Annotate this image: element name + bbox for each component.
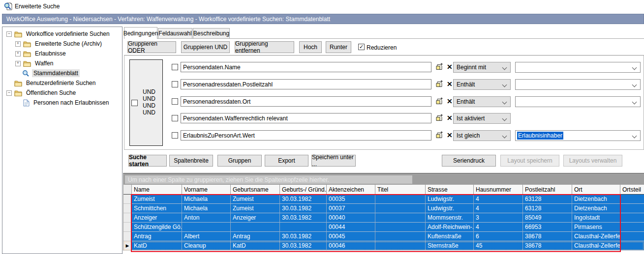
operator-dropdown[interactable]: Enthält: [453, 96, 511, 107]
tree-item-oeffentlichen-suche[interactable]: − Öffentlichen Suche: [2, 88, 122, 98]
delete-condition-icon[interactable]: ✕: [447, 97, 453, 105]
gruppieren-oder-button[interactable]: Gruppieren ODER: [127, 41, 176, 53]
value-dropdown[interactable]: [515, 96, 641, 107]
delete-condition-icon[interactable]: ✕: [447, 63, 453, 71]
gruppen-button[interactable]: Gruppen: [217, 155, 262, 167]
condition-field-input[interactable]: [181, 79, 431, 89]
operator-dropdown[interactable]: Beginnt mit: [453, 62, 511, 73]
expand-expander-icon[interactable]: +: [15, 41, 21, 47]
folder-icon: [14, 31, 22, 37]
cell-ort: Clausthal-Zellerfeld: [572, 232, 620, 241]
table-row[interactable]: Schmittchen Michaela Zumeist 30.03.1982 …: [123, 204, 644, 213]
tree-item-personen-nach-erlaubnissen[interactable]: Personen nach Erlaubnissen: [2, 98, 122, 108]
tree-item-erweiterte-suche-archiv[interactable]: + Erweiterte Suche (Archiv): [2, 39, 122, 49]
condition-field-input[interactable]: [181, 96, 431, 107]
cell-hausnummer: 4: [474, 204, 523, 213]
gruppierung-entfernen-button[interactable]: Gruppierung entfernen: [235, 41, 294, 53]
cell-geburtsname: KatD: [231, 241, 280, 251]
collapse-expander-icon[interactable]: −: [6, 31, 12, 37]
row-selector[interactable]: [123, 195, 132, 204]
export-button[interactable]: Export: [265, 155, 308, 167]
add-field-icon[interactable]: [435, 80, 444, 89]
add-field-icon[interactable]: [435, 97, 444, 107]
row-selector[interactable]: [123, 213, 132, 223]
condition-checkbox[interactable]: [172, 132, 178, 139]
cell-postleitzahl: 38678: [523, 232, 572, 241]
tab-feldauswahl[interactable]: Feldauswahl: [158, 28, 192, 38]
reduzieren-checkbox[interactable]: ✓: [358, 44, 365, 50]
tab-label: Feldauswahl: [158, 30, 191, 37]
tree-item-label: Stammdatenblatt: [32, 69, 80, 77]
cell-postleitzahl: 38678: [523, 241, 572, 251]
column-header-geburtsdatum[interactable]: Geburts-/ Gründ...: [280, 185, 327, 195]
add-field-icon[interactable]: [435, 63, 444, 72]
spaltenbreite-button[interactable]: Spaltenbreite: [169, 155, 213, 167]
cell-geburtsdatum: 30.03.1982: [280, 195, 327, 204]
tree-item-waffen[interactable]: + Waffen: [2, 58, 122, 68]
column-header-name[interactable]: Name: [132, 185, 182, 195]
column-header-strasse[interactable]: Strasse: [426, 185, 474, 195]
add-field-icon[interactable]: [435, 131, 444, 141]
table-row[interactable]: Anzeiger Anton Anzeiger 30.03.1982 00040…: [123, 213, 644, 223]
hoch-button[interactable]: Hoch: [299, 41, 322, 53]
tree-item-stammdatenblatt[interactable]: Stammdatenblatt: [2, 68, 122, 78]
cell-ort: Dietzenbach: [572, 195, 620, 204]
column-header-geburtsname[interactable]: Geburtsname: [231, 185, 280, 195]
cell-hausnummer: 4: [474, 223, 523, 232]
cell-postleitzahl: 63128: [523, 195, 572, 204]
column-header-ort[interactable]: Ort: [572, 185, 620, 195]
tree-item-label: Erweiterte Suche (Archiv): [33, 40, 103, 48]
group-by-bar[interactable]: Um nach einer Spalte zu gruppieren, zieh…: [123, 173, 644, 185]
collapse-expander-icon[interactable]: −: [6, 90, 12, 96]
tab-bedingungen[interactable]: Bedingungen: [124, 27, 157, 39]
expand-expander-icon[interactable]: +: [15, 61, 21, 66]
column-header-postleitzahl[interactable]: Postleitzahl: [523, 185, 572, 195]
operator-dropdown[interactable]: Ist aktiviert: [453, 113, 511, 124]
column-header-vorname[interactable]: Vorname: [182, 185, 231, 195]
table-row[interactable]: Schützengilde Gö... 00044 Adolf-Reichwei…: [123, 223, 644, 232]
value-dropdown[interactable]: [515, 79, 641, 90]
condition-checkbox[interactable]: [172, 115, 178, 121]
table-row[interactable]: Zumeist Michaela Zumeist 30.03.1982 0003…: [123, 195, 644, 204]
operator-dropdown[interactable]: Ist gleich: [453, 130, 511, 141]
condition-checkbox[interactable]: [172, 81, 178, 87]
gruppieren-und-button[interactable]: Gruppieren UND: [181, 41, 230, 53]
cell-geburtsdatum: 30.03.1982: [280, 232, 327, 241]
add-field-icon[interactable]: [435, 114, 444, 123]
delete-condition-icon[interactable]: ✕: [447, 80, 453, 88]
table-row-focused[interactable]: ▶ KatD Cleanup KatD 30.03.1982 00046 Ste…: [123, 241, 644, 251]
condition-field-input[interactable]: [181, 130, 431, 141]
suche-starten-button[interactable]: Suche starten: [128, 155, 167, 167]
condition-checkbox[interactable]: [172, 98, 178, 105]
row-selector[interactable]: [123, 204, 132, 213]
table-row[interactable]: Antrag Albert Antrag 30.03.1982 00045 Ku…: [123, 232, 644, 241]
cell-ortsteil: [620, 195, 644, 204]
column-header-titel[interactable]: Titel: [375, 185, 426, 195]
tree-item-label: Erlaubnisse: [33, 50, 67, 57]
column-header-aktenzeichen[interactable]: Aktenzeichen: [327, 185, 375, 195]
column-header-hausnummer[interactable]: Hausnummer: [474, 185, 523, 195]
cell-ortsteil: [620, 232, 644, 241]
operator-dropdown[interactable]: Enthält: [453, 79, 511, 90]
seriendruck-button[interactable]: Seriendruck: [442, 155, 496, 167]
tab-beschreibung[interactable]: Beschreibung: [193, 28, 230, 38]
selected-value-text: Erlaubnisinhaber: [517, 132, 563, 140]
value-dropdown[interactable]: [515, 62, 641, 73]
runter-button[interactable]: Runter: [326, 41, 351, 53]
tree-item-benutzerdefinierte-suchen[interactable]: Benutzerdefinierte Suchen: [2, 78, 122, 88]
speichern-unter-button[interactable]: Speichern unter ...: [311, 155, 356, 167]
value-dropdown[interactable]: Erlaubnisinhaber: [515, 130, 641, 141]
condition-field-input[interactable]: [181, 62, 431, 72]
delete-condition-icon[interactable]: ✕: [447, 114, 453, 122]
tree-item-workoffice-vordefinierte-suchen[interactable]: − Workoffice vordefinierte Suchen: [2, 29, 122, 39]
row-selector[interactable]: [123, 232, 132, 241]
expand-expander-icon[interactable]: +: [15, 51, 21, 56]
delete-condition-icon[interactable]: ✕: [447, 131, 453, 139]
column-header-ortsteil[interactable]: Ortsteil: [620, 185, 644, 195]
condition-checkbox[interactable]: [172, 64, 178, 70]
row-selector[interactable]: [123, 223, 132, 232]
folder-icon: [23, 41, 31, 47]
row-selector-current[interactable]: ▶: [123, 241, 132, 251]
condition-field-input[interactable]: [181, 113, 431, 123]
tree-item-erlaubnisse[interactable]: + Erlaubnisse: [2, 49, 122, 58]
